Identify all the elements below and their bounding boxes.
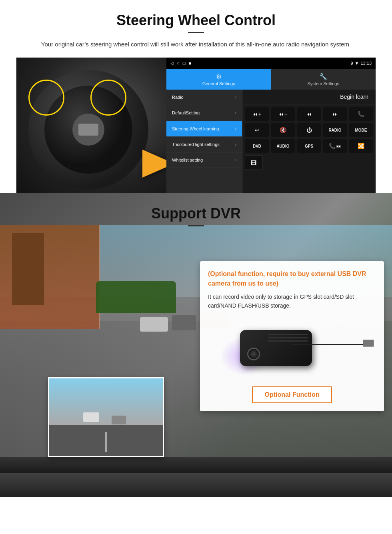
ctrl-phone-prev[interactable]: 📞⏮ bbox=[323, 139, 347, 153]
chevron-icon: › bbox=[235, 142, 236, 147]
status-time: 13:13 bbox=[360, 61, 372, 66]
dvr-info-body: It can record video only to storage in G… bbox=[208, 292, 376, 310]
android-tabs: ⚙ General Settings 🔧 System Settings bbox=[166, 69, 376, 90]
menu-steering-label: Steering Wheel learning bbox=[172, 126, 219, 132]
ctrl-gps[interactable]: GPS bbox=[297, 139, 321, 153]
recents-icon: □ bbox=[183, 61, 186, 66]
dvr-thumbnail bbox=[48, 377, 164, 457]
wifi-icon: ▼ bbox=[355, 61, 359, 66]
android-panel: ◁ ○ □ ■ 9 ▼ 13:13 ⚙ General Settings bbox=[166, 58, 376, 193]
steering-right-panel: Begin learn ⏮+ ⏮− ⏮ ⏭ 📞 ↩ 🔇 ⏻ RADIO MODE bbox=[242, 90, 376, 193]
optional-btn-row: Optional Function bbox=[208, 386, 376, 403]
dvr-thumb-inner bbox=[49, 378, 163, 456]
ctrl-back[interactable]: ↩ bbox=[245, 123, 269, 137]
ctrl-prev[interactable]: ⏮ bbox=[297, 107, 321, 121]
tab-system-label: System Settings bbox=[308, 81, 339, 86]
ctrl-dvd[interactable]: DVD bbox=[245, 139, 269, 153]
steering-photo bbox=[16, 58, 166, 193]
ctrl-radio[interactable]: RADIO bbox=[323, 123, 347, 137]
ctrl-vol-up[interactable]: ⏮+ bbox=[245, 107, 269, 121]
ctrl-power[interactable]: ⏻ bbox=[297, 123, 321, 137]
left-control-highlight bbox=[28, 80, 64, 116]
chevron-icon: › bbox=[235, 158, 236, 162]
ctrl-next[interactable]: ⏭ bbox=[323, 107, 347, 121]
chevron-icon: › bbox=[235, 126, 236, 131]
menu-item-tricoloured[interactable]: Tricoloured light settings › bbox=[166, 137, 242, 152]
menu-icon: ■ bbox=[188, 61, 191, 66]
menu-item-default[interactable]: DefaultSetting › bbox=[166, 105, 242, 121]
steering-subtitle: Your original car’s steering wheel contr… bbox=[24, 40, 368, 49]
ctrl-extra[interactable]: 🎞 bbox=[245, 156, 262, 170]
car-interior bbox=[0, 457, 392, 497]
steering-title: Steering Wheel Control bbox=[16, 12, 376, 29]
ctrl-mode[interactable]: MODE bbox=[349, 123, 373, 137]
steering-photo-bg bbox=[16, 58, 166, 193]
dashboard bbox=[0, 457, 392, 473]
home-icon: ○ bbox=[177, 61, 180, 66]
chevron-icon: › bbox=[235, 111, 236, 115]
android-content: Radio › DefaultSetting › Steering Wheel … bbox=[166, 90, 376, 193]
chevron-icon: › bbox=[235, 95, 236, 100]
steering-section: Steering Wheel Control Your original car… bbox=[0, 0, 392, 193]
dvr-info-title: (Optional function, require to buy exter… bbox=[208, 269, 376, 288]
control-buttons-grid: ⏮+ ⏮− ⏮ ⏭ 📞 ↩ 🔇 ⏻ RADIO MODE DVD AUDIO G… bbox=[242, 104, 376, 156]
ctrl-mute[interactable]: 🔇 bbox=[271, 123, 295, 137]
tab-general-settings[interactable]: ⚙ General Settings bbox=[166, 69, 271, 90]
dvr-camera-image bbox=[208, 316, 376, 380]
menu-item-radio[interactable]: Radio › bbox=[166, 90, 242, 105]
begin-learn-row: Begin learn bbox=[242, 90, 376, 104]
dvr-title: Support DVR bbox=[0, 205, 392, 222]
dvr-title-divider bbox=[188, 225, 204, 226]
title-divider bbox=[188, 32, 204, 33]
menu-default-label: DefaultSetting bbox=[172, 110, 200, 116]
begin-learn-button[interactable]: Begin learn bbox=[337, 92, 372, 102]
statusbar-nav-icons: ◁ ○ □ ■ bbox=[170, 61, 191, 66]
dvr-section-title: Support DVR bbox=[0, 193, 392, 226]
system-gear-icon: 🔧 bbox=[319, 73, 327, 80]
optional-function-button[interactable]: Optional Function bbox=[252, 386, 332, 403]
statusbar-status: 9 ▼ 13:13 bbox=[350, 61, 372, 66]
menu-radio-label: Radio bbox=[172, 94, 184, 100]
menu-item-whitelist[interactable]: Whitelist setting › bbox=[166, 152, 242, 168]
settings-gear-icon: ⚙ bbox=[216, 73, 222, 80]
right-control-highlight bbox=[90, 80, 126, 116]
menu-item-steering-wheel[interactable]: Steering Wheel learning › bbox=[166, 121, 242, 137]
ctrl-phone[interactable]: 📞 bbox=[349, 107, 373, 121]
ctrl-vol-down[interactable]: ⏮− bbox=[271, 107, 295, 121]
menu-whitelist-label: Whitelist setting bbox=[172, 157, 203, 163]
signal-icon: 9 bbox=[350, 61, 353, 66]
steering-demo: ◁ ○ □ ■ 9 ▼ 13:13 ⚙ General Settings bbox=[16, 57, 376, 193]
ctrl-shuffle[interactable]: 🔀 bbox=[349, 139, 373, 153]
settings-menu-list: Radio › DefaultSetting › Steering Wheel … bbox=[166, 90, 242, 193]
tab-general-label: General Settings bbox=[202, 81, 235, 86]
dvr-section: Support DVR (Optional function, require … bbox=[0, 193, 392, 497]
back-icon: ◁ bbox=[170, 61, 174, 66]
menu-tricoloured-label: Tricoloured light settings bbox=[172, 142, 220, 147]
ctrl-audio[interactable]: AUDIO bbox=[271, 139, 295, 153]
dvr-info-card: (Optional function, require to buy exter… bbox=[200, 261, 384, 411]
tab-system-settings[interactable]: 🔧 System Settings bbox=[271, 69, 376, 90]
android-statusbar: ◁ ○ □ ■ 9 ▼ 13:13 bbox=[166, 58, 376, 69]
